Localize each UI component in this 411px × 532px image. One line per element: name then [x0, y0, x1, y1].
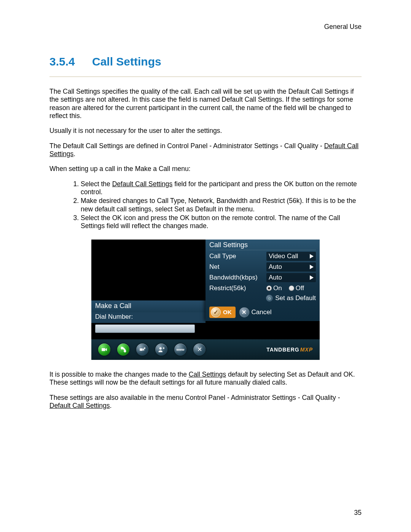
text: . — [73, 150, 75, 158]
ok-label: OK — [223, 309, 232, 315]
value-text: Auto — [269, 263, 282, 271]
add-contact-icon[interactable] — [155, 343, 167, 356]
brand-name: TANDBERG — [266, 347, 299, 353]
value-bandwidth[interactable]: Auto — [266, 273, 316, 282]
make-a-call-panel: Make a Call Dial Number: — [91, 300, 206, 337]
row-net[interactable]: Net Auto — [209, 262, 316, 272]
page-header-category: General Use — [324, 23, 362, 31]
row-call-type[interactable]: Call Type Video Call — [209, 251, 316, 262]
label-bandwidth: Bandwidth(kbps) — [209, 274, 266, 281]
apply-icon: ☼ — [266, 295, 273, 302]
dial-number-input[interactable] — [95, 324, 195, 333]
value-text: Auto — [269, 274, 282, 281]
radio-off[interactable]: Off — [289, 284, 304, 292]
radio-icon — [289, 286, 294, 291]
paragraph-note: Usually it is not necessary for the user… — [49, 127, 362, 135]
cancel-label: Cancel — [252, 308, 272, 316]
label-call-type: Call Type — [209, 252, 266, 260]
step-3: Select the OK icon and press the OK butt… — [81, 214, 362, 230]
paragraph-menu-path: These settings are also available in the… — [49, 394, 362, 410]
value-call-type[interactable]: Video Call — [266, 252, 316, 261]
paragraph-defaults: The Default Call Settings are defined in… — [49, 142, 362, 158]
section-divider — [49, 77, 362, 77]
step-2: Make desired changes to Call Type, Netwo… — [81, 197, 362, 213]
brand-label: TANDBERGMXP — [266, 347, 313, 353]
arrow-right-icon — [310, 254, 314, 259]
close-toolbar-icon[interactable]: ✕ — [193, 343, 206, 356]
check-icon: ✓ — [211, 307, 221, 317]
close-icon: ✕ — [239, 307, 249, 317]
arrow-right-icon — [310, 275, 314, 280]
text: Select the — [81, 180, 112, 188]
row-restrict: Restrict(56k) On Off — [209, 283, 316, 294]
section-title: Call Settings — [92, 55, 161, 68]
row-bandwidth[interactable]: Bandwidth(kbps) Auto — [209, 272, 316, 283]
label-restrict: Restrict(56k) — [209, 284, 266, 292]
steps-list: Select the Default Call Settings field f… — [72, 180, 362, 230]
text: It is possible to make the changes made … — [49, 371, 189, 378]
section-heading: 3.5.4Call Settings — [49, 55, 362, 68]
call-settings-panel: Call Settings Call Type Video Call Net A… — [206, 240, 320, 321]
confirm-bar: ✓ OK ✕ Cancel — [209, 304, 316, 318]
set-as-default-label: Set as Default — [275, 294, 316, 302]
paragraph-intro: The Call Settings specifies the quality … — [49, 88, 362, 120]
label-net: Net — [209, 263, 266, 271]
make-a-call-title: Make a Call — [91, 300, 206, 312]
link-call-settings[interactable]: Call Settings — [189, 371, 226, 378]
video-call-icon[interactable] — [98, 343, 110, 356]
audio-call-icon[interactable] — [117, 343, 129, 356]
call-settings-title: Call Settings — [209, 241, 316, 250]
bottom-toolbar: www ✕ TANDBERGMXP — [91, 339, 320, 360]
page-number: 35 — [354, 509, 362, 517]
link-default-call-settings-inline[interactable]: Default Call Settings — [112, 180, 173, 188]
radio-on[interactable]: On — [266, 284, 282, 292]
text: These settings are also available in the… — [49, 394, 340, 401]
dial-number-label: Dial Number: — [91, 312, 206, 323]
cancel-button[interactable]: ✕ Cancel — [239, 307, 272, 317]
step-1: Select the Default Call Settings field f… — [81, 180, 362, 197]
add-video-icon[interactable] — [136, 343, 148, 356]
ui-screenshot: Make a Call Dial Number: Call Settings C… — [91, 240, 320, 360]
value-text: Video Call — [269, 252, 298, 260]
set-as-default-button[interactable]: ☼ Set as Default — [209, 294, 316, 302]
paragraph-set-default-info: It is possible to make the changes made … — [49, 371, 362, 387]
value-net[interactable]: Auto — [266, 262, 316, 272]
text: . — [110, 402, 112, 409]
radio-label-off: Off — [296, 284, 304, 292]
radio-label-on: On — [273, 284, 282, 292]
www-icon[interactable]: www — [174, 343, 186, 356]
link-default-call-settings-2[interactable]: Default Call Settings — [49, 402, 110, 409]
arrow-right-icon — [310, 265, 314, 269]
radio-icon — [266, 286, 272, 291]
brand-suffix: MXP — [300, 347, 313, 353]
paragraph-setup-intro: When setting up a call in the Make a Cal… — [49, 165, 362, 173]
section-number: 3.5.4 — [49, 55, 92, 68]
text: The Default Call Settings are defined in… — [49, 142, 324, 150]
ok-button[interactable]: ✓ OK — [209, 307, 236, 318]
